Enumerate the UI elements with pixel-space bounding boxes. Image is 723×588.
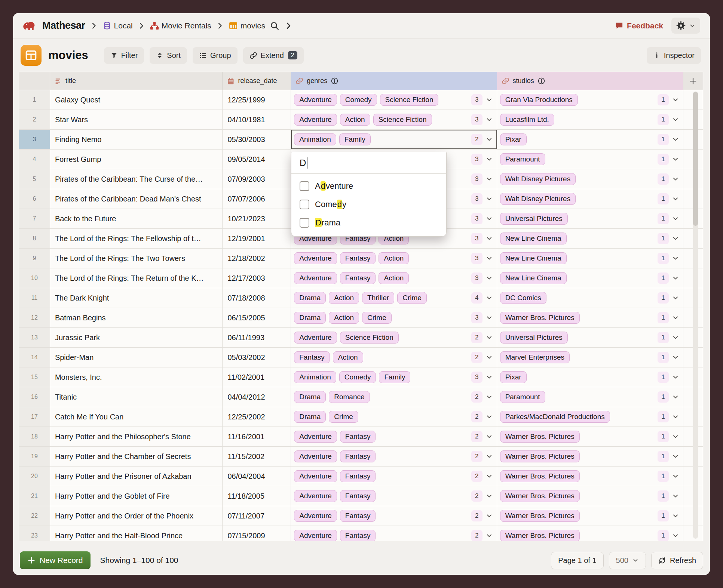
inspector-button[interactable]: Inspector (647, 47, 701, 64)
genre-cell[interactable]: AdventureFantasy2 (291, 486, 497, 506)
chevron-down-icon[interactable] (485, 235, 493, 242)
info-icon[interactable] (331, 77, 338, 85)
genre-cell[interactable]: AdventureFantasy2 (291, 467, 497, 486)
settings-button[interactable] (671, 18, 700, 34)
genre-cell[interactable]: DramaRomance2 (291, 387, 497, 407)
chevron-down-icon[interactable] (672, 274, 679, 282)
title-cell[interactable]: Harry Potter and the Goblet of Fire (50, 486, 223, 506)
chevron-down-icon[interactable] (672, 215, 679, 222)
studio-cell[interactable]: Warner Bros. Pictures1 (497, 427, 683, 446)
row-number-cell[interactable]: 23 (19, 526, 50, 541)
release-date-cell[interactable]: 07/07/2006 (223, 189, 291, 209)
chevron-down-icon[interactable] (485, 136, 493, 143)
sort-button[interactable]: Sort (150, 47, 187, 64)
release-date-cell[interactable]: 07/15/2009 (223, 526, 291, 541)
row-number-cell[interactable]: 18 (19, 427, 50, 446)
chevron-down-icon[interactable] (672, 136, 679, 143)
studio-cell[interactable]: Pixar1 (497, 367, 683, 387)
release-date-cell[interactable]: 10/21/2023 (223, 209, 291, 228)
vertical-scrollbar[interactable] (693, 92, 698, 539)
title-cell[interactable]: Titanic (50, 387, 223, 407)
genre-cell[interactable]: AdventureFantasy2 (291, 447, 497, 466)
genre-cell[interactable]: AdventureFantasyAction3 (291, 268, 497, 288)
release-date-cell[interactable]: 06/04/2004 (223, 467, 291, 486)
chevron-down-icon[interactable] (672, 235, 679, 242)
app-name[interactable]: Mathesar (42, 20, 85, 31)
studio-cell[interactable]: Paramount1 (497, 150, 683, 169)
genre-cell[interactable]: FantasyAction2 (291, 348, 497, 367)
chevron-down-icon[interactable] (672, 314, 679, 321)
title-cell[interactable]: Harry Potter and the Order of the Phoeni… (50, 506, 223, 526)
release-date-cell[interactable]: 11/02/2001 (223, 367, 291, 387)
chevron-down-icon[interactable] (672, 175, 679, 183)
chevron-down-icon[interactable] (485, 492, 493, 500)
group-button[interactable]: Group (193, 47, 238, 64)
add-column-button[interactable] (683, 72, 703, 90)
chevron-down-icon[interactable] (672, 512, 679, 520)
title-cell[interactable]: Forrest Gump (50, 150, 223, 169)
row-number-cell[interactable]: 13 (19, 328, 50, 347)
page-size-select[interactable]: 500 (609, 552, 646, 569)
column-header-genres[interactable]: genres (291, 72, 497, 90)
chevron-down-icon[interactable] (485, 334, 493, 341)
row-number-cell[interactable]: 5 (19, 169, 50, 189)
title-cell[interactable]: Harry Potter and the Philosopher's Stone (50, 427, 223, 446)
chevron-down-icon[interactable] (672, 294, 679, 302)
genre-cell[interactable]: AdventureFantasyAction3 (291, 249, 497, 268)
chevron-down-icon[interactable] (672, 354, 679, 361)
scrollbar-thumb[interactable] (693, 92, 698, 226)
row-number-cell[interactable]: 6 (19, 189, 50, 209)
column-header-release-date[interactable]: release_date (223, 72, 291, 90)
row-number-cell[interactable]: 7 (19, 209, 50, 228)
studio-cell[interactable]: Warner Bros. Pictures1 (497, 486, 683, 506)
breadcrumb-item-table[interactable]: movies (229, 21, 266, 30)
row-number-cell[interactable]: 22 (19, 506, 50, 526)
release-date-cell[interactable]: 07/09/2003 (223, 169, 291, 189)
row-number-cell[interactable]: 12 (19, 308, 50, 327)
studio-cell[interactable]: Warner Bros. Pictures1 (497, 308, 683, 327)
genre-cell[interactable]: AdventureActionScience Fiction3 (291, 110, 497, 129)
studio-cell[interactable]: Universal Pictures1 (497, 328, 683, 347)
chevron-down-icon[interactable] (672, 433, 679, 440)
row-number-cell[interactable]: 10 (19, 268, 50, 288)
studio-cell[interactable]: DC Comics1 (497, 288, 683, 308)
title-cell[interactable]: Star Wars (50, 110, 223, 129)
chevron-down-icon[interactable] (672, 334, 679, 341)
release-date-cell[interactable]: 09/05/2014 (223, 150, 291, 169)
row-number-cell[interactable]: 9 (19, 249, 50, 268)
genre-cell[interactable]: AdventureFantasy2 (291, 526, 497, 541)
chevron-down-icon[interactable] (485, 215, 493, 222)
release-date-cell[interactable]: 12/18/2002 (223, 249, 291, 268)
row-number-cell[interactable]: 2 (19, 110, 50, 129)
release-date-cell[interactable]: 04/10/1981 (223, 110, 291, 129)
chevron-down-icon[interactable] (672, 116, 679, 123)
checkbox[interactable] (300, 200, 309, 209)
row-number-cell[interactable]: 4 (19, 150, 50, 169)
studio-cell[interactable]: New Line Cinema1 (497, 268, 683, 288)
title-cell[interactable]: Catch Me If You Can (50, 407, 223, 427)
genre-cell[interactable]: AdventureComedyScience Fiction3 (291, 90, 497, 110)
column-header-studios[interactable]: studios (497, 72, 683, 90)
row-number-cell[interactable]: 15 (19, 367, 50, 387)
row-number-cell[interactable]: 8 (19, 229, 50, 248)
row-number-cell[interactable]: 21 (19, 486, 50, 506)
genre-cell[interactable]: DramaCrime2 (291, 407, 497, 427)
studio-cell[interactable]: Warner Bros. Pictures1 (497, 447, 683, 466)
studio-cell[interactable]: Warner Bros. Pictures1 (497, 506, 683, 526)
chevron-down-icon[interactable] (672, 532, 679, 539)
chevron-down-icon[interactable] (672, 453, 679, 460)
chevron-down-icon[interactable] (672, 255, 679, 262)
feedback-button[interactable]: Feedback (615, 21, 663, 30)
release-date-cell[interactable]: 11/16/2001 (223, 427, 291, 446)
genre-cell[interactable]: AnimationFamily2 (291, 130, 497, 149)
genre-cell[interactable]: AdventureScience Fiction2 (291, 328, 497, 347)
chevron-right-icon[interactable] (284, 21, 293, 30)
studio-cell[interactable]: Warner Bros. Pictures1 (497, 526, 683, 541)
row-number-cell[interactable]: 1 (19, 90, 50, 110)
studio-cell[interactable]: Warner Bros. Pictures1 (497, 467, 683, 486)
chevron-down-icon[interactable] (672, 492, 679, 500)
release-date-cell[interactable]: 04/04/2012 (223, 387, 291, 407)
filter-button[interactable]: Filter (104, 47, 144, 64)
studio-cell[interactable]: Universal Pictures1 (497, 209, 683, 228)
studio-cell[interactable]: Lucasfilm Ltd.1 (497, 110, 683, 129)
